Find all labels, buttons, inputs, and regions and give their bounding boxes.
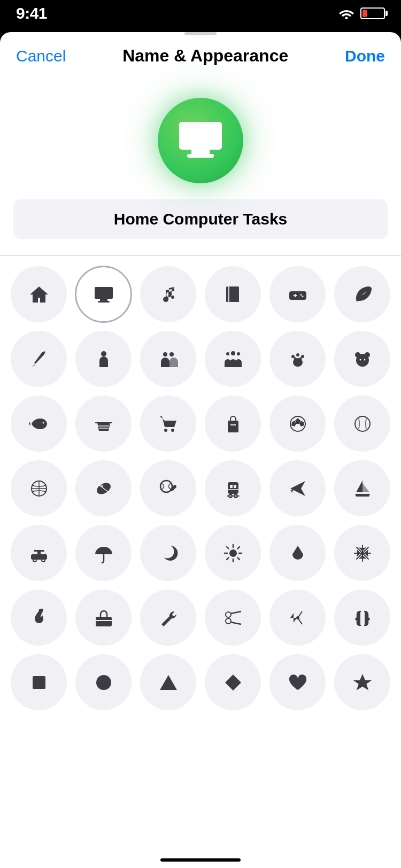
icon-btn-person[interactable] bbox=[75, 331, 132, 387]
icon-btn-compass[interactable] bbox=[269, 590, 326, 646]
battery-icon bbox=[360, 7, 385, 19]
svg-point-25 bbox=[359, 359, 361, 360]
svg-point-30 bbox=[171, 429, 174, 432]
icon-btn-wrench[interactable] bbox=[140, 590, 196, 646]
icon-btn-house[interactable] bbox=[11, 266, 67, 322]
svg-rect-31 bbox=[228, 421, 238, 432]
icon-btn-diamond[interactable] bbox=[205, 654, 261, 710]
svg-line-67 bbox=[227, 557, 229, 560]
status-icons bbox=[338, 7, 385, 19]
svg-point-10 bbox=[101, 351, 106, 356]
svg-point-74 bbox=[226, 612, 231, 617]
svg-point-11 bbox=[163, 352, 167, 356]
svg-point-24 bbox=[365, 352, 370, 358]
svg-point-54 bbox=[33, 559, 36, 562]
icon-btn-train[interactable] bbox=[205, 460, 261, 516]
svg-point-45 bbox=[160, 480, 172, 492]
list-name-input[interactable] bbox=[13, 199, 388, 239]
icon-btn-flame[interactable] bbox=[11, 590, 67, 646]
svg-marker-83 bbox=[353, 674, 372, 691]
svg-rect-9 bbox=[228, 286, 229, 303]
svg-point-80 bbox=[96, 675, 111, 690]
icon-btn-sailboat[interactable] bbox=[334, 460, 390, 516]
icon-btn-baseball[interactable] bbox=[334, 396, 390, 452]
icon-btn-snowflake[interactable] bbox=[334, 525, 390, 581]
monitor-icon-large bbox=[176, 117, 225, 165]
icon-btn-plane[interactable] bbox=[269, 460, 326, 516]
icon-btn-star[interactable] bbox=[334, 654, 390, 710]
svg-line-77 bbox=[230, 622, 241, 624]
battery-fill bbox=[363, 10, 367, 17]
svg-point-59 bbox=[229, 549, 237, 557]
svg-rect-6 bbox=[98, 301, 110, 303]
icon-btn-sun[interactable] bbox=[205, 525, 261, 581]
icon-btn-paw[interactable] bbox=[269, 331, 326, 387]
done-button[interactable]: Done bbox=[345, 47, 385, 65]
icon-btn-umbrella[interactable] bbox=[75, 525, 132, 581]
svg-rect-4 bbox=[95, 287, 113, 299]
svg-marker-82 bbox=[225, 675, 241, 691]
svg-rect-56 bbox=[33, 552, 37, 554]
svg-rect-3 bbox=[187, 154, 214, 158]
icon-btn-carrot[interactable] bbox=[11, 331, 67, 387]
icon-btn-heart[interactable] bbox=[269, 654, 326, 710]
svg-point-28 bbox=[42, 422, 44, 423]
svg-line-65 bbox=[237, 557, 240, 560]
svg-point-12 bbox=[169, 352, 174, 356]
icon-btn-soccer[interactable] bbox=[269, 396, 326, 452]
svg-point-14 bbox=[231, 351, 235, 355]
icon-btn-square[interactable] bbox=[11, 654, 67, 710]
svg-line-64 bbox=[227, 547, 229, 549]
icon-display bbox=[0, 76, 401, 199]
svg-point-75 bbox=[226, 618, 231, 624]
selected-icon-circle bbox=[158, 98, 243, 183]
icon-btn-bag[interactable] bbox=[205, 396, 261, 452]
icon-btn-monitor[interactable] bbox=[75, 266, 132, 322]
svg-rect-46 bbox=[228, 482, 238, 494]
home-indicator bbox=[160, 858, 241, 862]
icon-btn-book[interactable] bbox=[205, 266, 261, 322]
svg-point-21 bbox=[299, 357, 302, 360]
svg-point-0 bbox=[345, 17, 348, 20]
icon-btn-toolbox[interactable] bbox=[75, 590, 132, 646]
icon-btn-leaf[interactable] bbox=[334, 266, 390, 322]
svg-point-18 bbox=[296, 353, 299, 356]
icon-btn-moon[interactable] bbox=[140, 525, 196, 581]
wifi-icon bbox=[338, 7, 355, 19]
svg-point-26 bbox=[364, 359, 365, 360]
icon-btn-drop[interactable] bbox=[269, 525, 326, 581]
icon-btn-basket[interactable] bbox=[75, 396, 132, 452]
icon-btn-braces[interactable] bbox=[334, 590, 390, 646]
svg-point-13 bbox=[226, 352, 229, 355]
icon-btn-bear[interactable] bbox=[334, 331, 390, 387]
svg-rect-51 bbox=[234, 485, 236, 488]
svg-point-15 bbox=[237, 352, 240, 355]
icon-btn-two-people[interactable] bbox=[140, 331, 196, 387]
svg-line-76 bbox=[230, 611, 241, 614]
icon-btn-tennis[interactable] bbox=[140, 460, 196, 516]
icon-btn-gamepad[interactable] bbox=[269, 266, 326, 322]
nav-title: Name & Appearance bbox=[122, 46, 288, 66]
icons-grid bbox=[0, 255, 401, 732]
icon-btn-scissors[interactable] bbox=[205, 590, 261, 646]
svg-point-17 bbox=[291, 355, 295, 358]
icon-btn-circle[interactable] bbox=[75, 654, 132, 710]
icon-btn-triangle[interactable] bbox=[140, 654, 196, 710]
svg-point-29 bbox=[164, 429, 167, 432]
svg-point-55 bbox=[42, 559, 45, 562]
icon-btn-fish[interactable] bbox=[11, 396, 67, 452]
svg-marker-81 bbox=[160, 675, 177, 690]
icon-btn-cart[interactable] bbox=[140, 396, 196, 452]
icon-btn-music-note[interactable] bbox=[140, 266, 196, 322]
icon-btn-car[interactable] bbox=[11, 525, 67, 581]
svg-point-23 bbox=[355, 352, 360, 358]
status-time: 9:41 bbox=[16, 4, 47, 22]
svg-rect-72 bbox=[96, 617, 112, 626]
icon-btn-football[interactable] bbox=[75, 460, 132, 516]
svg-rect-5 bbox=[100, 299, 107, 301]
icon-btn-family[interactable] bbox=[205, 331, 261, 387]
svg-rect-79 bbox=[33, 676, 45, 689]
cancel-button[interactable]: Cancel bbox=[16, 47, 66, 65]
icon-btn-basketball[interactable] bbox=[11, 460, 67, 516]
nav-bar: Cancel Name & Appearance Done bbox=[0, 35, 401, 76]
